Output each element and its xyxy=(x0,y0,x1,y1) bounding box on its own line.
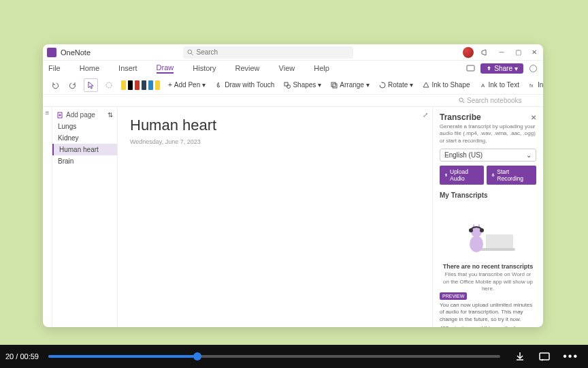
body: ≡ Add page ⇅ LungsKidneyHuman heartBrain… xyxy=(43,107,543,327)
pen-0[interactable] xyxy=(121,80,126,90)
maximize-button[interactable]: ▢ xyxy=(513,48,523,56)
sidebar-toggle[interactable]: ≡ xyxy=(43,107,52,327)
search-input[interactable] xyxy=(196,48,349,56)
add-page-icon xyxy=(56,112,63,119)
draw-with-touch-button[interactable]: Draw with Touch xyxy=(212,80,277,90)
app-title: OneNote xyxy=(61,48,91,57)
note-canvas[interactable]: ⤢ Human heart Wednesday, June 7, 2023 xyxy=(118,107,432,327)
chevron-down-icon: ▾ xyxy=(514,65,518,72)
pen-3[interactable] xyxy=(142,80,146,90)
svg-text:fx: fx xyxy=(529,83,534,88)
menu-tab-home[interactable]: Home xyxy=(80,64,99,72)
ink-text-icon: A xyxy=(480,82,487,89)
pen-palette xyxy=(120,80,161,90)
svg-point-0 xyxy=(188,50,192,54)
share-icon xyxy=(486,65,492,72)
redo-button[interactable] xyxy=(66,80,80,91)
cursor-tool[interactable] xyxy=(84,78,98,92)
svg-marker-9 xyxy=(423,82,429,87)
video-time: 20 / 00:59 xyxy=(0,352,44,361)
global-search[interactable] xyxy=(183,46,353,59)
more-icon[interactable]: ••• xyxy=(563,350,578,363)
svg-point-24 xyxy=(469,228,473,232)
megaphone-icon[interactable] xyxy=(480,48,490,57)
pen-4[interactable] xyxy=(148,80,153,90)
rotate-button[interactable]: Rotate ▾ xyxy=(376,80,416,90)
my-transcripts-header: My Transcripts xyxy=(440,191,536,199)
ink-shape-icon xyxy=(423,82,429,89)
ink-to-math-button[interactable]: fxInk to Math xyxy=(526,80,543,90)
empty-illustration xyxy=(457,210,519,258)
captions-icon[interactable] xyxy=(538,350,551,363)
close-pane-icon[interactable]: ✕ xyxy=(531,114,536,121)
add-pen-button[interactable]: + Add Pen ▾ xyxy=(165,80,208,90)
pen-2[interactable] xyxy=(135,80,140,90)
menu-tab-review[interactable]: Review xyxy=(235,64,260,72)
preview-text: You can now upload unlimited minutes of … xyxy=(440,302,536,323)
shapes-button[interactable]: Shapes ▾ xyxy=(281,80,324,90)
menubar: FileHomeInsertDrawHistoryReviewViewHelp … xyxy=(43,61,543,76)
ink-to-text-button[interactable]: AInk to Text xyxy=(477,80,522,90)
page-title[interactable]: Human heart xyxy=(130,117,420,134)
preview-block: PREVIEW You can now upload unlimited min… xyxy=(440,292,536,327)
empty-desc: Files that you transcribe on Word or on … xyxy=(440,271,536,292)
onenote-app-icon xyxy=(47,48,56,57)
present-icon[interactable] xyxy=(466,64,475,73)
svg-rect-2 xyxy=(467,65,474,71)
touch-icon xyxy=(215,81,223,89)
page-item-kidney[interactable]: Kidney xyxy=(52,132,117,144)
download-icon[interactable] xyxy=(514,350,526,363)
undo-button[interactable] xyxy=(48,80,62,91)
notebook-search[interactable]: Search notebooks xyxy=(459,97,540,104)
onenote-window: OneNote ─ ▢ ✕ FileHomeInsertDrawHistoryR… xyxy=(43,44,543,327)
svg-point-20 xyxy=(470,236,483,252)
video-seek-track[interactable] xyxy=(48,355,500,358)
transcribe-desc: Generate a transcript by uploading your … xyxy=(440,123,536,144)
draw-ribbon: + Add Pen ▾ Draw with Touch Shapes ▾ Arr… xyxy=(43,76,543,95)
menu-tab-draw[interactable]: Draw xyxy=(157,63,174,74)
svg-rect-19 xyxy=(478,248,515,251)
svg-rect-7 xyxy=(331,82,336,87)
transcribe-pane: Transcribe ✕ Generate a transcript by up… xyxy=(432,107,543,327)
svg-text:A: A xyxy=(481,82,485,89)
page-item-lungs[interactable]: Lungs xyxy=(52,121,117,132)
page-list: Add page ⇅ LungsKidneyHuman heartBrain xyxy=(52,107,118,327)
arrange-icon xyxy=(331,82,338,89)
page-item-human-heart[interactable]: Human heart xyxy=(52,144,117,155)
svg-point-12 xyxy=(459,98,463,102)
pin-icon[interactable] xyxy=(529,64,538,73)
menu-tab-file[interactable]: File xyxy=(48,64,61,72)
add-page-button[interactable]: Add page ⇅ xyxy=(52,109,117,121)
mic-icon xyxy=(491,172,495,178)
video-seek-thumb[interactable] xyxy=(193,352,201,361)
page-item-brain[interactable]: Brain xyxy=(52,155,117,167)
lasso-tool[interactable] xyxy=(102,80,116,91)
svg-line-1 xyxy=(191,53,193,55)
svg-point-25 xyxy=(480,228,484,232)
sort-icon[interactable]: ⇅ xyxy=(108,111,113,119)
svg-line-13 xyxy=(463,102,464,103)
menu-tab-history[interactable]: History xyxy=(193,64,216,72)
language-select[interactable]: English (US) ⌄ xyxy=(440,149,536,162)
arrange-button[interactable]: Arrange ▾ xyxy=(328,80,372,90)
page-date: Wednesday, June 7, 2023 xyxy=(130,138,420,145)
menu-tab-help[interactable]: Help xyxy=(314,64,329,72)
ink-to-shape-button[interactable]: Ink to Shape xyxy=(420,80,472,90)
menu-tab-insert[interactable]: Insert xyxy=(118,64,137,72)
minimize-button[interactable]: ─ xyxy=(497,48,506,56)
pen-1[interactable] xyxy=(128,80,133,90)
expand-icon[interactable]: ⤢ xyxy=(423,111,428,119)
user-avatar[interactable] xyxy=(463,47,474,58)
svg-point-4 xyxy=(106,82,112,88)
share-button[interactable]: Share ▾ xyxy=(480,63,523,74)
close-button[interactable]: ✕ xyxy=(529,48,539,56)
svg-point-3 xyxy=(530,65,537,72)
svg-point-6 xyxy=(287,85,291,88)
preview-footer: 493 minutes used this month · xyxy=(440,325,514,327)
notebook-search-row: Search notebooks xyxy=(43,95,543,107)
ink-math-icon: fx xyxy=(529,82,536,89)
upload-audio-button[interactable]: Upload Audio xyxy=(440,166,484,185)
start-recording-button[interactable]: Start Recording xyxy=(487,166,536,185)
menu-tab-view[interactable]: View xyxy=(279,64,295,72)
pen-5[interactable] xyxy=(155,80,160,90)
